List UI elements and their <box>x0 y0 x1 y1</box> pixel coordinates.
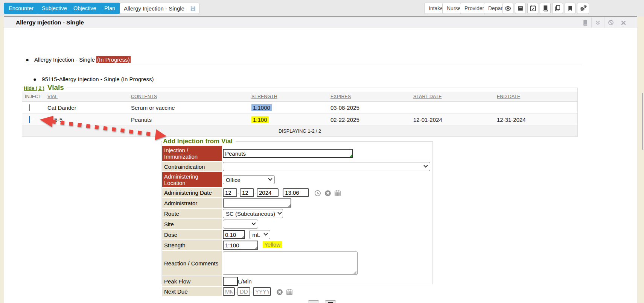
encounter-button[interactable]: Encounter <box>4 3 38 14</box>
peak-flow-input[interactable] <box>223 277 238 286</box>
gears-icon[interactable] <box>577 3 589 14</box>
plan-button[interactable]: Plan <box>99 3 120 14</box>
chevron-down-icon <box>423 164 428 168</box>
strength-input[interactable] <box>223 241 258 250</box>
right-margin-strip <box>637 17 644 303</box>
no-entry-icon[interactable] <box>604 17 617 28</box>
clear-circle-icon[interactable] <box>324 190 331 197</box>
administering-date-label: Administering Date <box>162 188 222 197</box>
strength-cell: 1:100 <box>251 116 269 123</box>
vials-table-header: INJECT VIAL CONTENTS STRENGTH EXPIRES ST… <box>22 92 577 102</box>
calendar-check-icon[interactable] <box>527 3 538 14</box>
left-margin-strip <box>0 17 4 303</box>
dose-unit-select[interactable]: mL <box>249 230 270 239</box>
bottom-button[interactable] <box>308 300 319 303</box>
administrator-label: Administrator <box>162 198 222 208</box>
note-panel: Allergy Injection - Single ● Allergy Inj… <box>4 17 637 303</box>
next-due-label: Next Due <box>162 287 222 296</box>
save-icon[interactable] <box>190 5 196 12</box>
inject-checkbox[interactable] <box>29 116 30 123</box>
date-year-input[interactable] <box>257 188 279 197</box>
strength-cell: 1:1000 <box>251 104 272 111</box>
close-icon[interactable] <box>617 17 630 28</box>
end-date-cell: 12-31-2024 <box>494 117 577 123</box>
archive-icon[interactable] <box>515 3 526 14</box>
reaction-comments-textarea[interactable] <box>223 251 358 275</box>
start-date-cell: 12-01-2024 <box>411 117 494 123</box>
dose-label: Dose <box>162 230 222 239</box>
chevron-down-icon <box>264 232 268 236</box>
calendar-icon[interactable] <box>334 190 341 197</box>
vial-cell: P15-5 <box>45 117 128 123</box>
subjective-button[interactable]: Subjective <box>37 3 72 14</box>
clock-icon[interactable] <box>314 190 321 197</box>
in-progress-badge: (In Progress) <box>96 56 131 63</box>
next-due-month-input[interactable] <box>223 287 235 296</box>
strength-label: Strength <box>162 240 222 250</box>
col-inject: INJECT <box>22 94 45 99</box>
divider <box>28 65 582 65</box>
vials-section: Hide ( 2 ) Vials INJECT VIAL CONTENTS ST… <box>22 83 578 137</box>
table-pagination: DISPLAYING 1-2 / 2 <box>22 126 577 136</box>
copy-icon[interactable] <box>552 3 563 14</box>
clear-circle-icon[interactable] <box>276 289 283 295</box>
double-chevron-down-icon[interactable] <box>591 17 604 28</box>
administering-location-select[interactable]: Office <box>223 175 275 184</box>
procedure-status-text: 95115-Allergy Injection - Single (In Pro… <box>42 76 154 82</box>
site-label: Site <box>162 219 222 229</box>
objective-button[interactable]: Objective <box>69 3 101 14</box>
next-due-day-input[interactable] <box>238 287 250 296</box>
contraindication-label: Contraindication <box>162 162 222 171</box>
bottom-save-button[interactable] <box>325 300 336 303</box>
note-title-label: Allergy Injection - Single <box>124 5 184 12</box>
contents-cell: Serum or vaccine <box>128 105 249 111</box>
col-contents[interactable]: CONTENTS <box>128 94 249 99</box>
table-row: P15-5 Peanuts 1:100 02-22-2025 12-01-202… <box>22 114 577 126</box>
scrollbar-thumb[interactable] <box>642 93 643 150</box>
add-injection-section: Add Injection from Vial Injection / Immu… <box>161 138 433 284</box>
top-toolbar: Encounter Subjective Objective Plan Alle… <box>0 0 644 17</box>
site-select[interactable] <box>223 220 258 229</box>
chevron-down-icon <box>277 211 282 215</box>
route-select[interactable]: SC (Subcutaneous) <box>223 209 283 218</box>
chevron-down-icon <box>251 221 256 225</box>
hide-vials-link[interactable]: Hide ( 2 ) <box>24 85 44 91</box>
inject-checkbox[interactable] <box>29 104 30 111</box>
injection-label: Injection / Immunization <box>162 146 222 161</box>
col-expires[interactable]: EXPIRES <box>328 94 411 99</box>
administering-location-label: Administering Location <box>162 172 222 187</box>
reaction-comments-label: Reaction / Comments <box>162 251 222 276</box>
date-month-input[interactable] <box>223 188 237 197</box>
contents-cell: Peanuts <box>128 117 249 123</box>
dose-input[interactable] <box>223 230 245 239</box>
book-icon[interactable] <box>579 17 591 28</box>
note-status-text: Allergy Injection - Single <box>34 56 95 63</box>
col-strength[interactable]: STRENGTH <box>249 94 328 99</box>
note-status-item: ● Allergy Injection - Single (In Progres… <box>26 56 131 63</box>
chevron-down-icon <box>268 177 272 181</box>
bookmark-icon[interactable] <box>565 3 575 14</box>
panel-title: Allergy Injection - Single <box>16 19 84 26</box>
vial-cell: Cat Dander <box>45 105 128 111</box>
col-vial[interactable]: VIAL <box>45 94 128 99</box>
contraindication-select[interactable] <box>223 162 430 171</box>
panel-title-bar: Allergy Injection - Single <box>4 17 637 28</box>
calendar-icon[interactable] <box>286 289 293 295</box>
procedure-status-item: ● 95115-Allergy Injection - Single (In P… <box>33 76 154 82</box>
col-end-date[interactable]: END DATE <box>494 94 577 99</box>
note-title-box[interactable]: Allergy Injection - Single <box>120 3 199 14</box>
col-start-date[interactable]: START DATE <box>411 94 494 99</box>
vials-table: INJECT VIAL CONTENTS STRENGTH EXPIRES ST… <box>22 92 577 136</box>
add-injection-title: Add Injection from Vial <box>163 138 233 145</box>
strength-color-note: Yellow <box>263 241 282 248</box>
peak-flow-unit: L/Min <box>238 278 252 285</box>
expires-cell: 02-22-2025 <box>328 117 411 123</box>
book-icon[interactable] <box>540 3 551 14</box>
administrator-input[interactable] <box>223 198 291 208</box>
date-day-input[interactable] <box>240 188 254 197</box>
eye-icon[interactable] <box>502 3 513 14</box>
injection-input[interactable] <box>223 149 353 158</box>
next-due-year-input[interactable] <box>253 287 271 296</box>
date-time-input[interactable] <box>283 188 309 197</box>
table-row: Cat Dander Serum or vaccine 1:1000 03-08… <box>22 102 577 114</box>
